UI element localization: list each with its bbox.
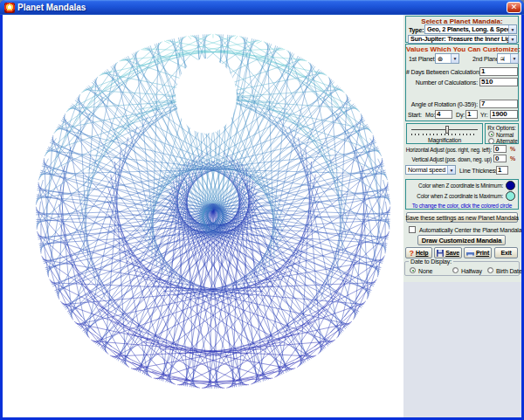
color-min-label: Color when Z coordinate is Minimum: bbox=[406, 183, 503, 189]
rx-alternate-label: Alternate bbox=[496, 138, 518, 144]
select-mandala-group: Select a Planet Mandala: Type: Geo, 2 Pl… bbox=[405, 16, 519, 43]
color-max-swatch[interactable] bbox=[506, 191, 515, 201]
angle-label: Angle of Rotation (0-359): bbox=[406, 101, 478, 108]
control-panel: Select a Planet Mandala: Type: Geo, 2 Pl… bbox=[403, 15, 521, 417]
z-color-group: Color when Z coordinate is Minimum: Colo… bbox=[405, 179, 519, 210]
rx-alternate-radio[interactable] bbox=[488, 138, 494, 144]
mandala-canvas bbox=[3, 15, 403, 417]
app-window: Planet Mandalas ✕ Select a Planet Mandal… bbox=[0, 0, 524, 420]
color-min-swatch[interactable] bbox=[506, 181, 515, 190]
type-dropdown[interactable]: Geo, 2 Planets, Long. & Speed ▼ bbox=[424, 24, 517, 34]
month-input[interactable] bbox=[435, 110, 452, 119]
type-label: Type: bbox=[409, 27, 424, 34]
magnification-slider-thumb[interactable] bbox=[445, 126, 449, 134]
save-button[interactable]: Save bbox=[434, 247, 462, 258]
chevron-down-icon[interactable]: ▼ bbox=[451, 54, 458, 63]
chevron-down-icon[interactable]: ▼ bbox=[447, 166, 455, 174]
planet2-dropdown[interactable]: ♃ ▼ bbox=[497, 53, 519, 64]
date-halfway-radio[interactable] bbox=[452, 267, 458, 273]
window-title: Planet Mandalas bbox=[17, 3, 507, 12]
date-birthdate-label: Birth Date bbox=[496, 268, 522, 275]
draw-mandala-button[interactable]: Draw Customized Mandala bbox=[417, 235, 506, 245]
date-none-label: None bbox=[418, 268, 432, 275]
save-icon bbox=[437, 250, 444, 257]
horizontal-adjust-unit: % bbox=[510, 146, 515, 152]
magnification-label: Magnification bbox=[407, 137, 482, 143]
customize-header: Values Which You Can Customize: bbox=[406, 45, 518, 53]
type-dropdown-value: Geo, 2 Planets, Long. & Speed bbox=[425, 25, 508, 33]
vertical-adjust-label: Vertical Adjust (pos. down, neg. up) bbox=[403, 157, 492, 163]
chevron-down-icon[interactable]: ▼ bbox=[510, 54, 518, 63]
auto-center-label: Automatically Center the Planet Mandala bbox=[419, 227, 521, 233]
print-button-label: Print bbox=[476, 250, 489, 256]
exit-button[interactable]: Exit bbox=[494, 247, 518, 258]
horizontal-adjust-input[interactable] bbox=[493, 145, 507, 153]
days-label: # Days Between Calculations: bbox=[406, 69, 478, 76]
close-icon[interactable]: ✕ bbox=[507, 2, 521, 13]
vertical-adjust-input[interactable] bbox=[493, 155, 507, 162]
print-icon bbox=[466, 250, 474, 257]
print-button[interactable]: Print bbox=[464, 247, 492, 258]
year-input[interactable] bbox=[490, 110, 518, 119]
line-thickness-label: Line Thickness: bbox=[459, 168, 500, 175]
planet1-label: 1st Planet: bbox=[409, 56, 436, 63]
jupiter-symbol-icon: ♃ bbox=[498, 55, 510, 63]
date-halfway-label: Halfway bbox=[461, 268, 482, 275]
exit-button-label: Exit bbox=[500, 250, 511, 256]
line-thickness-input[interactable] bbox=[496, 166, 508, 175]
day-input[interactable] bbox=[465, 110, 478, 119]
color-max-label: Color when Z coordinate is Maximum: bbox=[406, 194, 503, 200]
chevron-down-icon[interactable]: ▼ bbox=[508, 25, 516, 33]
day-label: Dy: bbox=[456, 112, 465, 119]
slider-ticks bbox=[411, 134, 478, 135]
rx-options-group: Rx Options: Normal Alternate bbox=[485, 123, 519, 144]
help-icon: ? bbox=[410, 249, 414, 258]
numcalc-input[interactable] bbox=[479, 78, 518, 86]
rx-normal-label: Normal bbox=[496, 132, 514, 138]
magnification-group: Magnification bbox=[406, 123, 483, 144]
speed-dropdown[interactable]: Normal speed ▼ bbox=[405, 165, 456, 175]
help-button[interactable]: ? Help bbox=[405, 247, 432, 258]
mandala-dropdown-value: Sun-Jupiter: Treasure the Inner Light bbox=[409, 35, 508, 43]
year-label: Yr: bbox=[480, 112, 488, 119]
month-label: Mo: bbox=[425, 112, 435, 119]
speed-dropdown-value: Normal speed bbox=[406, 166, 447, 174]
days-input[interactable] bbox=[479, 67, 518, 76]
rx-normal-radio[interactable] bbox=[488, 131, 494, 137]
client-area: Select a Planet Mandala: Type: Geo, 2 Pl… bbox=[3, 15, 521, 417]
customize-group: Values Which You Can Customize: 1st Plan… bbox=[405, 44, 519, 121]
app-icon bbox=[4, 3, 15, 13]
date-birthdate-radio[interactable] bbox=[487, 267, 493, 273]
date-display-header: Date to Display: bbox=[409, 258, 453, 265]
chevron-down-icon[interactable]: ▼ bbox=[508, 36, 516, 43]
mandala-dropdown[interactable]: Sun-Jupiter: Treasure the Inner Light ▼ bbox=[408, 35, 517, 44]
auto-center-checkbox[interactable] bbox=[409, 226, 416, 233]
angle-input[interactable] bbox=[479, 100, 518, 108]
vertical-adjust-unit: % bbox=[510, 155, 515, 162]
horizontal-adjust-label: Horizontal Adjust (pos. right, neg. left… bbox=[403, 148, 492, 154]
color-note: To change the color, click the colored c… bbox=[406, 203, 518, 209]
numcalc-label: Number of Calculations: bbox=[406, 79, 478, 86]
date-none-radio[interactable] bbox=[410, 267, 416, 273]
help-button-label: Help bbox=[416, 250, 429, 256]
magnification-slider-track[interactable] bbox=[411, 129, 478, 130]
sun-symbol-icon: ⊙ bbox=[436, 55, 451, 63]
save-button-label: Save bbox=[445, 250, 459, 256]
date-display-group: Date to Display: None Halfway Birth Date bbox=[404, 261, 520, 276]
start-label: Start: bbox=[408, 112, 422, 119]
rx-options-header: Rx Options: bbox=[486, 125, 518, 131]
planet1-dropdown[interactable]: ⊙ ▼ bbox=[435, 53, 459, 64]
titlebar[interactable]: Planet Mandalas ✕ bbox=[0, 0, 524, 15]
save-settings-button[interactable]: Save these settings as new Planet Mandal… bbox=[406, 212, 518, 223]
